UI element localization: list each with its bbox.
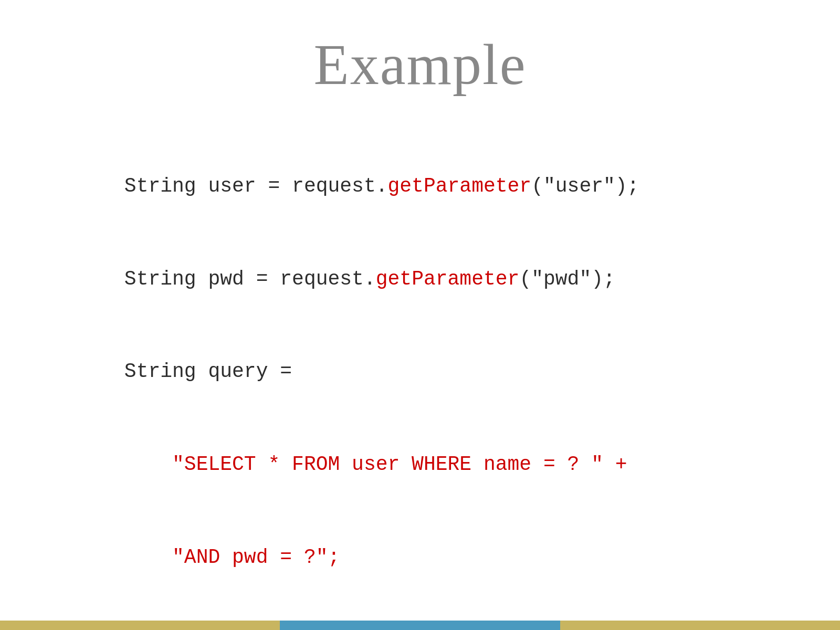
code-string: "AND pwd = ?"; (172, 546, 340, 569)
code-line-3: String query = (52, 326, 639, 418)
code-text: ("user"); (531, 175, 639, 197)
slide-title: Example (42, 32, 798, 98)
code-text: String query = (124, 360, 292, 383)
code-text (124, 453, 172, 476)
code-text: ("pwd"); (519, 268, 615, 290)
code-text: String user = request. (124, 175, 388, 197)
code-line-2: String pwd = request.getParameter("pwd")… (52, 233, 639, 326)
code-method: getParameter (376, 268, 520, 290)
bar-segment-gold-2 (560, 621, 840, 630)
code-line-1: String user = request.getParameter("user… (52, 140, 639, 233)
code-text (124, 546, 172, 569)
code-text: String pwd = request. (124, 268, 376, 290)
slide-container: Example String user = request.getParamet… (0, 0, 840, 630)
bar-segment-blue (280, 621, 560, 630)
code-block: String user = request.getParameter("user… (42, 140, 639, 630)
code-line-5: "AND pwd = ?"; (52, 511, 639, 604)
code-string: "SELECT * FROM user WHERE name = ? " + (172, 453, 627, 476)
code-method: getParameter (388, 175, 532, 197)
bottom-bar (0, 621, 840, 630)
code-line-4: "SELECT * FROM user WHERE name = ? " + (52, 418, 639, 511)
bar-segment-gold (0, 621, 280, 630)
